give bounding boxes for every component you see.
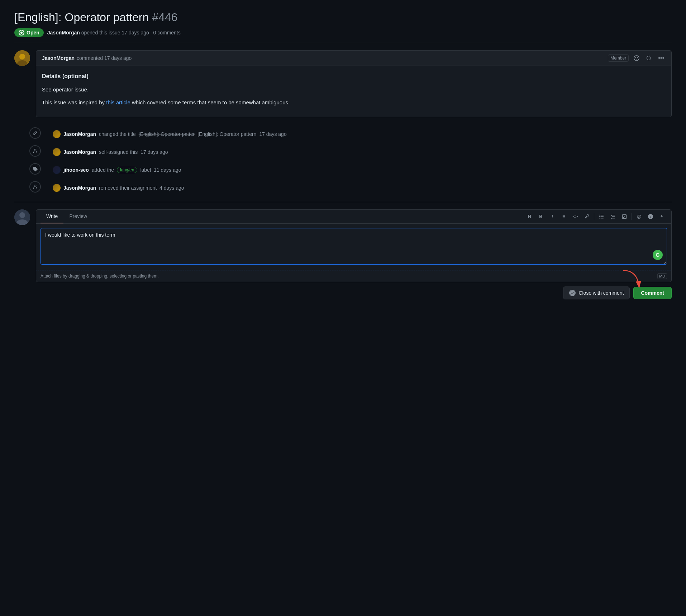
comment-author: JasonMorgan [42, 55, 75, 61]
timeline-wrapper: JasonMorgan changed the title [English]:… [14, 124, 672, 196]
label-badge: lang/en [117, 167, 137, 173]
timeline-avatar [53, 130, 61, 138]
comment-line2: This issue was inspired by this article … [42, 98, 666, 107]
issue-header: [English]: Operator pattern #446 Open Ja… [14, 11, 672, 37]
comment-thread: JasonMorgan commented 17 days ago Member [14, 50, 672, 299]
toolbar-divider-2 [632, 213, 632, 220]
pencil-icon [29, 127, 41, 139]
undo-btn[interactable] [657, 213, 667, 221]
comment-header-left: JasonMorgan commented 17 days ago [42, 55, 132, 61]
timeline-item-unassignment: JasonMorgan removed their assignment 4 d… [35, 178, 672, 196]
timeline-avatar-2 [53, 148, 61, 156]
ref-icon [648, 214, 653, 219]
new-title: [English]: Operator pattern [197, 131, 256, 137]
svg-point-1 [19, 54, 25, 60]
role-badge: Member [608, 55, 629, 62]
timeline-content-4: JasonMorgan removed their assignment 4 d… [43, 183, 184, 192]
unordered-list-btn[interactable] [596, 213, 606, 221]
write-tabs: Write Preview H B I [36, 210, 671, 224]
comment-time: commented 17 days ago [77, 55, 132, 61]
comment-header: JasonMorgan commented 17 days ago Member [36, 51, 671, 66]
ol-icon [610, 214, 615, 219]
person-icon [29, 145, 41, 157]
comment-button[interactable]: Comment [633, 287, 672, 299]
sync-icon [646, 55, 652, 61]
issue-meta: Open JasonMorgan opened this issue 17 da… [14, 28, 672, 37]
more-options-button[interactable]: ••• [657, 54, 666, 62]
svg-point-5 [637, 57, 638, 58]
sync-button[interactable] [644, 55, 653, 62]
write-section: Write Preview H B I [14, 209, 672, 299]
comment-body: Details (optional) See operator issue. T… [36, 66, 671, 117]
timeline-avatar-3 [53, 166, 61, 174]
write-tab[interactable]: Write [41, 210, 63, 223]
timeline-item-label: jihoon-seo added the lang/en label 11 da… [35, 160, 672, 178]
svg-point-4 [635, 57, 636, 58]
current-avatar-image [14, 209, 30, 225]
issue-author: JasonMorgan opened this issue 17 days ag… [47, 30, 181, 35]
comment-line1: See operator issue. [42, 85, 666, 94]
task-list-btn[interactable] [619, 213, 629, 221]
timeline-item-title-change: JasonMorgan changed the title [English]:… [35, 124, 672, 142]
undo-icon [659, 214, 664, 219]
current-user-avatar [14, 209, 30, 225]
timeline-actor-4: JasonMorgan [63, 185, 96, 191]
old-title: [English]: Operator patter [139, 131, 195, 137]
write-box: Write Preview H B I [36, 209, 672, 282]
timeline-actor-2: JasonMorgan [63, 149, 96, 155]
timeline-container: JasonMorgan changed the title [English]:… [36, 124, 672, 196]
timeline-actor: JasonMorgan [63, 131, 96, 137]
task-icon [622, 214, 627, 219]
action-buttons: Close with comment Comment [36, 286, 672, 299]
comment-textarea[interactable] [41, 228, 667, 265]
code-btn[interactable]: <> [570, 212, 580, 221]
issue-title: [English]: Operator pattern #446 [14, 11, 672, 24]
issue-number: #446 [152, 11, 177, 24]
toolbar-divider-1 [594, 213, 594, 220]
attach-bar: Attach files by dragging & dropping, sel… [36, 270, 671, 282]
mention-btn[interactable]: @ [634, 212, 644, 221]
timeline-actor-3: jihoon-seo [63, 167, 89, 173]
markdown-icon: MD [657, 273, 667, 279]
write-area: G [36, 224, 671, 270]
open-icon [19, 30, 24, 35]
svg-point-7 [19, 212, 25, 218]
preview-tab[interactable]: Preview [63, 210, 93, 223]
timeline-content: JasonMorgan changed the title [English]:… [43, 129, 287, 138]
link-icon [584, 214, 589, 219]
ul-icon [599, 214, 604, 219]
article-link[interactable]: this article [106, 99, 130, 105]
toolbar: H B I ≡ <> [524, 210, 667, 223]
ordered-list-btn[interactable] [608, 213, 618, 221]
heading-btn[interactable]: H [524, 212, 534, 221]
timeline-spacer [14, 124, 30, 196]
timeline-content-2: JasonMorgan self-assigned this 17 days a… [43, 147, 168, 156]
close-icon [569, 290, 576, 296]
comment-box: JasonMorgan commented 17 days ago Member [36, 50, 672, 117]
reference-btn[interactable] [645, 213, 656, 221]
status-badge: Open [14, 28, 44, 37]
comment-header-right: Member [608, 54, 666, 62]
avatar [14, 50, 30, 66]
attach-text: Attach files by dragging & dropping, sel… [41, 274, 159, 279]
main-comment: JasonMorgan commented 17 days ago Member [14, 50, 672, 117]
header-divider [14, 43, 672, 43]
grammarly-icon: G [653, 250, 663, 260]
comment-heading: Details (optional) [42, 72, 666, 81]
close-btn-label: Close with comment [578, 290, 624, 296]
timeline-content-3: jihoon-seo added the lang/en label 11 da… [43, 165, 181, 174]
bold-btn[interactable]: B [536, 212, 546, 221]
smiley-icon [634, 55, 639, 61]
react-button[interactable] [632, 55, 641, 62]
link-btn[interactable] [582, 213, 592, 221]
check-circle-icon [570, 290, 575, 295]
label-icon [29, 163, 41, 175]
list-btn[interactable]: ≡ [559, 212, 569, 221]
close-with-comment-button[interactable]: Close with comment [563, 286, 630, 299]
timeline-avatar-4 [53, 184, 61, 192]
write-container: Write Preview H B I [36, 209, 672, 299]
italic-btn[interactable]: I [547, 212, 557, 221]
timeline-divider [14, 202, 672, 202]
avatar-image [14, 50, 30, 66]
person-remove-icon [29, 181, 41, 193]
